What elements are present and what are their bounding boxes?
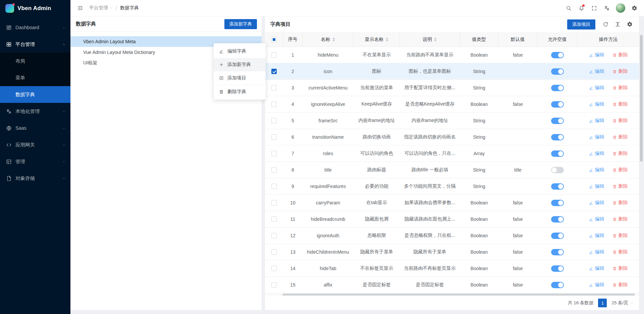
allow-null-toggle[interactable]	[551, 101, 564, 108]
allow-null-toggle[interactable]	[551, 52, 564, 58]
allow-null-toggle[interactable]	[551, 200, 564, 206]
allow-null-toggle[interactable]	[551, 183, 564, 190]
search-icon[interactable]	[563, 2, 574, 14]
allow-null-toggle[interactable]	[551, 233, 564, 239]
row-checkbox[interactable]	[271, 233, 277, 238]
edit-row-link[interactable]: 编辑	[589, 167, 604, 173]
sidebar-subitem-1-2[interactable]: 数据字典	[0, 86, 70, 103]
delete-row-link[interactable]: 删除	[612, 85, 628, 91]
notification-bell-icon[interactable]	[576, 2, 587, 14]
context-menu-item-1[interactable]: 添加新字典	[214, 58, 266, 71]
table-row-1[interactable]: 1hideMenu不在菜单显示当前路由不再菜单显示Booleanfalse编辑删…	[265, 47, 639, 63]
edit-row-link[interactable]: 编辑	[589, 101, 604, 107]
edit-row-link[interactable]: 编辑	[589, 85, 604, 91]
delete-row-link[interactable]: 删除	[612, 68, 628, 74]
pagination-page-button[interactable]: 1	[598, 299, 607, 307]
table-row-12[interactable]: 12ignoreAuth忽略权限是否忽略权限，只在权...Booleanfals…	[265, 228, 639, 244]
sidebar-item-0[interactable]: Dashboard	[0, 19, 70, 36]
table-row-9[interactable]: 9requiredFeatures必要的功能多个功能间用英文，分隔String编…	[265, 178, 639, 195]
row-checkbox[interactable]	[271, 216, 277, 222]
row-checkbox[interactable]	[271, 134, 277, 140]
sidebar-subitem-1-1[interactable]: 菜单	[0, 69, 70, 86]
refresh-icon[interactable]	[601, 20, 610, 29]
delete-row-link[interactable]: 删除	[612, 150, 628, 156]
context-menu-item-0[interactable]: 编辑字典	[214, 45, 266, 58]
row-checkbox[interactable]	[271, 249, 277, 255]
column-header-2[interactable]: 显示名称	[354, 32, 400, 47]
table-row-2[interactable]: 2icon图标图标，也是菜单图标String编辑删除	[265, 63, 639, 80]
table-row-4[interactable]: 4ignoreKeepAliveKeepAlive缓存是否忽略KeepAlive…	[265, 96, 639, 113]
breadcrumb-parent[interactable]: 平台管理	[89, 5, 113, 11]
row-checkbox[interactable]	[271, 200, 277, 205]
edit-row-link[interactable]: 编辑	[589, 200, 604, 206]
delete-row-link[interactable]: 删除	[612, 167, 628, 173]
allow-null-toggle[interactable]	[551, 282, 564, 288]
delete-row-link[interactable]: 删除	[612, 216, 628, 222]
sidebar-subitem-1-0[interactable]: 布局	[0, 53, 70, 69]
row-checkbox[interactable]	[271, 52, 277, 58]
edit-row-link[interactable]: 编辑	[589, 282, 604, 288]
delete-row-link[interactable]: 删除	[612, 52, 628, 58]
table-row-5[interactable]: 5frameSrc内嵌iframe的地址内嵌iframe的地址String编辑删…	[265, 113, 639, 129]
row-checkbox[interactable]	[271, 266, 277, 271]
settings-gear-icon[interactable]	[629, 2, 640, 14]
delete-row-link[interactable]: 删除	[612, 282, 628, 288]
fullscreen-icon[interactable]	[588, 2, 600, 14]
sort-icon[interactable]	[434, 38, 437, 42]
column-header-1[interactable]: 名称	[303, 32, 354, 47]
add-item-button[interactable]: 添加项目	[567, 19, 595, 29]
allow-null-toggle[interactable]	[551, 265, 564, 272]
row-checkbox[interactable]	[271, 151, 277, 156]
context-menu-item-2[interactable]: 添加项目	[214, 71, 266, 85]
page-vertical-scrollbar[interactable]	[640, 35, 643, 162]
allow-null-toggle[interactable]	[551, 118, 564, 124]
row-checkbox[interactable]	[271, 118, 277, 123]
table-row-11[interactable]: 11hideBreadcrumb隐藏面包屑隐藏该路由在面包屑上...Boolea…	[265, 211, 639, 228]
edit-row-link[interactable]: 编辑	[589, 52, 604, 58]
edit-row-link[interactable]: 编辑	[589, 150, 604, 156]
row-checkbox[interactable]	[271, 184, 277, 189]
sidebar-item-5[interactable]: 管理	[0, 153, 70, 170]
sort-icon[interactable]	[332, 38, 335, 42]
sidebar-item-4[interactable]: 应用网关	[0, 136, 70, 153]
row-checkbox[interactable]	[271, 85, 277, 90]
allow-null-toggle[interactable]	[551, 134, 564, 140]
delete-row-link[interactable]: 删除	[612, 200, 628, 206]
table-row-15[interactable]: 15affix是否固定标签是否固定标签Booleanfalse编辑删除	[265, 277, 639, 293]
edit-row-link[interactable]: 编辑	[589, 233, 604, 239]
page-size-select[interactable]: 25 条/页	[611, 300, 634, 306]
table-row-14[interactable]: 14hideTab不在标签页显示当前路由不再标签页显示Booleanfalse编…	[265, 260, 639, 277]
row-density-icon[interactable]	[613, 20, 622, 29]
delete-row-link[interactable]: 删除	[612, 134, 628, 140]
table-row-10[interactable]: 10carryParam在tab显示如果该路由会携带参数...Booleanfa…	[265, 195, 639, 211]
table-row-6[interactable]: 6transitionName路由切换动画指定该路由切换的动画名String编辑…	[265, 129, 639, 145]
allow-null-toggle[interactable]	[551, 150, 564, 157]
table-row-7[interactable]: 7roles可以访问的角色可以访问的角色，只在...Array编辑删除	[265, 145, 639, 162]
edit-row-link[interactable]: 编辑	[589, 216, 604, 222]
edit-row-link[interactable]: 编辑	[589, 118, 604, 124]
sort-icon[interactable]	[386, 38, 388, 42]
edit-row-link[interactable]: 编辑	[589, 265, 604, 271]
allow-null-toggle[interactable]	[551, 167, 564, 173]
language-icon[interactable]	[601, 2, 612, 14]
delete-row-link[interactable]: 删除	[612, 249, 628, 255]
logo[interactable]: Vben Admin	[0, 0, 70, 16]
allow-null-toggle[interactable]	[551, 216, 564, 223]
sidebar-item-1[interactable]: 平台管理	[0, 36, 70, 53]
table-horizontal-scrollbar[interactable]	[265, 293, 639, 296]
menu-fold-icon[interactable]	[74, 2, 86, 14]
table-row-13[interactable]: 13hideChildrenInMenu隐藏所有子菜单隐藏所有子菜单Boolea…	[265, 244, 639, 260]
add-dictionary-button[interactable]: 添加新字典	[224, 19, 257, 29]
row-checkbox[interactable]	[271, 167, 277, 173]
allow-null-toggle[interactable]	[551, 85, 564, 91]
sidebar-item-2[interactable]: 本地化管理	[0, 103, 70, 120]
edit-row-link[interactable]: 编辑	[589, 183, 604, 189]
breadcrumb-current[interactable]: 数据字典	[120, 5, 139, 11]
column-header-3[interactable]: 说明	[400, 32, 460, 47]
table-settings-gear-icon[interactable]	[625, 20, 634, 29]
user-avatar[interactable]	[616, 3, 625, 13]
edit-row-link[interactable]: 编辑	[589, 68, 604, 74]
sidebar-item-3[interactable]: Saas	[0, 120, 70, 136]
allow-null-toggle[interactable]	[551, 68, 564, 75]
edit-row-link[interactable]: 编辑	[589, 249, 604, 255]
